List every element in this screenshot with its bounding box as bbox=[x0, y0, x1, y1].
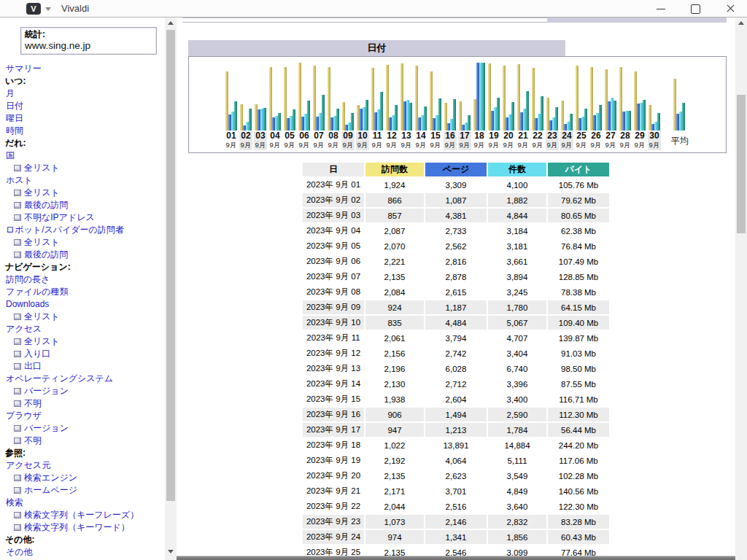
sidebar-item-link[interactable]: 検索エンジン bbox=[0, 472, 165, 484]
scrollbar-corner bbox=[735, 542, 747, 560]
sidebar-item-link[interactable]: サマリー bbox=[0, 63, 165, 75]
site-name: www.sing.ne.jp bbox=[25, 40, 152, 52]
sidebar-item-link[interactable]: 全リスト bbox=[0, 236, 165, 249]
chart-bar-group bbox=[269, 67, 281, 131]
sidebar-item-link[interactable]: 不明なIPアドレス bbox=[0, 211, 165, 224]
table-row: 2023年 9月 072,1352,8783,894128.85 Mb bbox=[303, 270, 609, 284]
chart-bar-group bbox=[605, 69, 616, 131]
sidebar-item-link[interactable]: 時間 bbox=[0, 125, 165, 137]
chart-bar-group bbox=[503, 66, 514, 131]
chart-bar-group bbox=[328, 67, 339, 131]
sidebar-item-link[interactable]: 曜日 bbox=[0, 112, 165, 125]
table-cell: 1,341 bbox=[425, 530, 487, 544]
maximize-button[interactable] bbox=[684, 0, 706, 17]
sidebar-item-link[interactable]: 訪問の長さ bbox=[0, 273, 165, 286]
table-cell: 4,381 bbox=[425, 209, 487, 222]
sidebar-scrollbar[interactable] bbox=[165, 18, 177, 560]
sidebar-item-link[interactable]: 月 bbox=[0, 88, 165, 100]
sidebar-item-link[interactable]: ファイルの種類 bbox=[0, 286, 165, 298]
chart-day-label: 069月 bbox=[298, 131, 311, 150]
table-cell: 3,184 bbox=[488, 224, 546, 238]
scrollbar-thumb[interactable] bbox=[737, 95, 746, 233]
chart-day-label: 239月 bbox=[546, 131, 559, 150]
sidebar-item-link[interactable]: 最後の訪問 bbox=[0, 249, 165, 261]
column-header: 訪問数 bbox=[365, 163, 424, 176]
table-cell: 1,784 bbox=[488, 423, 546, 437]
sidebar-item-link[interactable]: バージョン bbox=[0, 422, 165, 435]
sidebar-item-link[interactable]: アクセス bbox=[0, 323, 165, 335]
close-button[interactable] bbox=[719, 0, 741, 17]
sidebar-item-link[interactable]: 検索 bbox=[0, 497, 165, 509]
table-row: 2023年 9月 181,02213,89114,884244.20 Mb bbox=[303, 438, 609, 452]
sidebar-item-link[interactable]: 日付 bbox=[0, 100, 165, 112]
chart-bar-group bbox=[576, 66, 587, 131]
bar-バイト(Mb) bbox=[249, 109, 252, 131]
sidebar-item-link[interactable]: ホスト bbox=[0, 174, 165, 187]
sidebar-item-link[interactable]: ブラウザ bbox=[0, 410, 165, 422]
menu-bullet-icon bbox=[14, 438, 21, 444]
bar-バイト(Mb) bbox=[511, 102, 514, 131]
table-cell: 2023年 9月 19 bbox=[303, 454, 364, 467]
chevron-down-icon[interactable] bbox=[45, 7, 51, 11]
scroll-up-arrow-icon[interactable] bbox=[735, 18, 747, 29]
table-cell: 128.85 Mb bbox=[548, 270, 609, 284]
sidebar-item-link[interactable]: 国 bbox=[0, 149, 165, 162]
sidebar-item-link[interactable]: 出口 bbox=[0, 360, 165, 373]
chart-day-label: 219月 bbox=[516, 131, 530, 150]
table-cell: 1,073 bbox=[365, 515, 424, 529]
sidebar-item-link[interactable]: 不明 bbox=[0, 397, 165, 410]
table-cell: 117.06 Mb bbox=[548, 454, 609, 467]
table-cell: 87.55 Mb bbox=[548, 377, 609, 391]
chart-bar-group bbox=[634, 71, 646, 131]
vivaldi-logo-icon[interactable]: V bbox=[26, 3, 41, 15]
table-cell: 2,135 bbox=[365, 270, 424, 284]
sidebar-item-link[interactable]: 全リスト bbox=[0, 187, 165, 199]
sidebar-item-link[interactable]: 全リスト bbox=[0, 335, 165, 348]
table-cell: 2023年 9月 18 bbox=[303, 438, 364, 452]
sidebar-item-link[interactable]: 検索文字列（キーワード） bbox=[0, 521, 165, 534]
bar-バイト(Mb) bbox=[599, 105, 602, 131]
main-frame: 日付 平均 019月029月039月049月059月069月079月089月09… bbox=[177, 18, 735, 560]
bar-バイト(Mb) bbox=[657, 113, 660, 131]
sidebar-item-link[interactable]: 不明 bbox=[0, 435, 165, 447]
sidebar-item-link[interactable]: ロボット/スパイダーの訪問者 bbox=[0, 224, 165, 236]
sidebar-item-link[interactable]: 全リスト bbox=[0, 311, 165, 323]
scroll-up-arrow-icon[interactable] bbox=[165, 18, 177, 29]
menu-bullet-icon bbox=[14, 252, 21, 258]
chart-day-label: 309月 bbox=[648, 131, 661, 150]
chart-day-label: 199月 bbox=[487, 131, 500, 150]
scroll-down-arrow-icon[interactable] bbox=[165, 545, 177, 557]
sidebar-item-link[interactable]: アクセス元 bbox=[0, 459, 165, 472]
table-cell: 5,111 bbox=[488, 454, 546, 467]
sidebar-item-link[interactable]: 全リスト bbox=[0, 162, 165, 174]
table-cell: 80.65 Mb bbox=[548, 209, 609, 222]
sidebar-item-link[interactable]: 検索文字列（キーフレーズ） bbox=[0, 509, 165, 521]
chart-bar-group bbox=[590, 67, 602, 131]
sidebar-item-link[interactable]: ホームページ bbox=[0, 484, 165, 497]
sidebar-item-link[interactable]: バージョン bbox=[0, 385, 165, 397]
horizontal-scrollbar[interactable] bbox=[177, 556, 735, 560]
table-cell: 947 bbox=[365, 423, 424, 437]
table-cell: 56.44 Mb bbox=[548, 423, 609, 437]
table-cell: 835 bbox=[365, 316, 424, 330]
daily-bar-chart: 平均 019月029月039月049月059月069月079月089月099月1… bbox=[188, 56, 727, 153]
sidebar-item-link[interactable]: オペレーティングシステム bbox=[0, 373, 165, 385]
sidebar-item-link[interactable]: 入り口 bbox=[0, 348, 165, 360]
chart-day-label: 209月 bbox=[502, 131, 515, 150]
table-cell: 78.38 Mb bbox=[548, 285, 609, 299]
column-header: ページ bbox=[425, 163, 487, 176]
table-cell: 2,516 bbox=[425, 499, 487, 513]
chart-day-label: 159月 bbox=[429, 131, 442, 150]
bar-バイト(Mb) bbox=[497, 98, 500, 131]
minimize-button[interactable] bbox=[650, 0, 672, 17]
table-cell: 2023年 9月 08 bbox=[303, 285, 364, 299]
sidebar-item-link[interactable]: Downloads bbox=[0, 298, 165, 311]
table-cell: 91.03 Mb bbox=[548, 346, 609, 360]
scrollbar-thumb[interactable] bbox=[166, 30, 175, 501]
table-cell: 2,221 bbox=[365, 254, 424, 268]
sidebar-item-link[interactable]: 最後の訪問 bbox=[0, 199, 165, 211]
main-scrollbar[interactable] bbox=[735, 18, 747, 560]
table-row: 2023年 9月 169061,4942,590112.30 Mb bbox=[303, 408, 609, 421]
sidebar-item-link[interactable]: その他 bbox=[0, 546, 165, 559]
window-title: Vivaldi bbox=[61, 3, 89, 14]
